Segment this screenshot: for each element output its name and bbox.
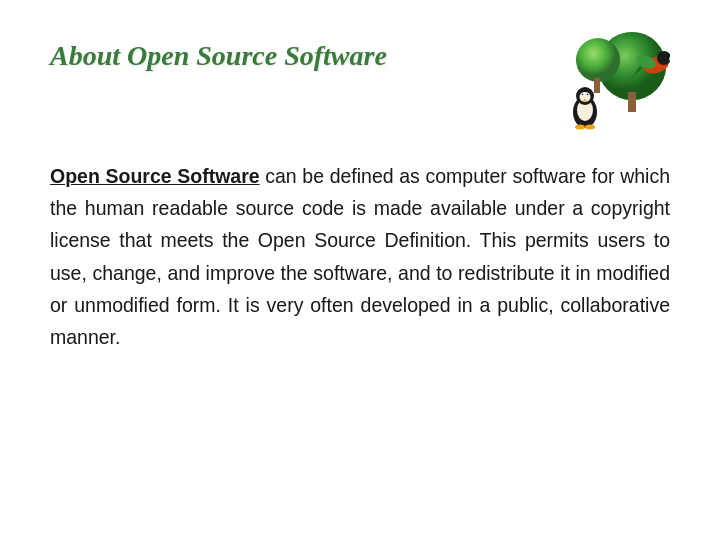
- svg-point-15: [585, 125, 595, 130]
- body-content: Open Source Software can be defined as c…: [50, 160, 670, 353]
- svg-point-12: [587, 94, 589, 96]
- svg-marker-18: [669, 57, 670, 61]
- nature-svg: [560, 30, 670, 130]
- decoration-image: [560, 30, 670, 130]
- slide: About Open Source Software: [0, 0, 720, 540]
- body-paragraph: can be defined as computer software for …: [50, 165, 670, 348]
- svg-point-2: [576, 38, 620, 82]
- svg-rect-4: [594, 78, 600, 93]
- bold-title-text: Open Source Software: [50, 165, 260, 187]
- slide-title: About Open Source Software: [50, 40, 387, 72]
- header-area: About Open Source Software: [50, 30, 670, 130]
- svg-point-14: [575, 125, 585, 130]
- svg-rect-3: [628, 92, 636, 112]
- svg-point-11: [582, 94, 584, 96]
